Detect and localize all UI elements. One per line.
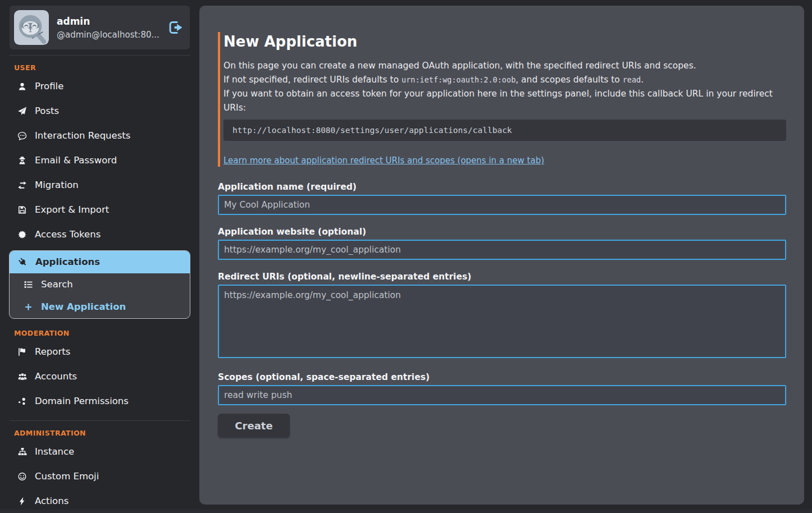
scopes-field: Scopes (optional, space-separated entrie… <box>218 373 786 405</box>
intro-line-1: On this page you can create a new manage… <box>223 59 786 73</box>
paper-plane-icon <box>17 107 28 116</box>
user-info: admin @admin@localhost:80... <box>57 16 159 40</box>
sidebar-item-email-password[interactable]: Email & Password <box>0 148 199 173</box>
application-website-field: Application website (optional) <box>218 227 786 260</box>
list-icon <box>23 280 34 289</box>
sidebar-item-accounts[interactable]: Accounts <box>0 364 199 389</box>
applications-group: Applications Search New Application <box>9 250 190 319</box>
face-smile-icon <box>17 472 28 481</box>
application-website-label: Application website (optional) <box>218 227 786 236</box>
sidebar-item-label: Custom Emoji <box>35 470 99 483</box>
user-icon <box>17 82 28 91</box>
user-name: admin <box>57 16 159 27</box>
sign-out-icon <box>167 29 183 37</box>
scopes-label: Scopes (optional, space-separated entrie… <box>218 373 786 382</box>
floppy-disk-icon <box>17 205 28 214</box>
inline-code-read: read <box>623 75 641 84</box>
sidebar-subitem-label: New Application <box>41 301 126 313</box>
users-icon <box>17 372 28 381</box>
sidebar-item-label: Actions <box>35 495 69 507</box>
sloth-avatar-image <box>14 10 49 45</box>
sidebar-subitem-search[interactable]: Search <box>10 273 190 296</box>
horizontal-scrollbar-track[interactable] <box>0 510 812 513</box>
main-panel: New Application On this page you can cre… <box>199 6 804 505</box>
sidebar-subitem-label: Search <box>41 278 73 291</box>
section-header-administration: ADMINISTRATION <box>14 429 199 437</box>
sidebar-item-label: Interaction Requests <box>35 130 130 142</box>
sidebar-item-interaction-requests[interactable]: Interaction Requests <box>0 123 199 148</box>
sidebar-item-label: Email & Password <box>35 154 117 167</box>
application-name-input[interactable] <box>218 195 786 215</box>
sidebar-item-instance[interactable]: Instance <box>0 439 199 464</box>
divider <box>10 420 190 421</box>
learn-more-link[interactable]: Learn more about application redirect UR… <box>223 155 544 166</box>
plug-icon <box>17 258 28 267</box>
sidebar-subitem-new-application[interactable]: New Application <box>10 296 190 318</box>
section-header-moderation: MODERATION <box>14 329 199 337</box>
application-website-input[interactable] <box>218 240 786 260</box>
sidebar-item-label: Profile <box>35 80 63 93</box>
sidebar-item-applications[interactable]: Applications <box>10 251 190 273</box>
sidebar-item-label: Applications <box>35 256 100 268</box>
intro-line-2: If not specified, redirect URIs defaults… <box>223 73 786 87</box>
avatar <box>14 10 49 45</box>
sidebar-item-profile[interactable]: Profile <box>0 74 199 99</box>
sidebar-item-label: Accounts <box>35 370 77 383</box>
sidebar-item-posts[interactable]: Posts <box>0 99 199 123</box>
intro-line-3: If you want to obtain an access token fo… <box>223 87 786 115</box>
redirect-uris-field: Redirect URIs (optional, newline-separat… <box>218 272 786 360</box>
user-handle: @admin@localhost:80... <box>57 30 159 40</box>
sidebar-item-label: Instance <box>35 446 74 458</box>
sidebar-item-label: Posts <box>35 105 59 117</box>
flag-icon <box>17 347 28 356</box>
scopes-input[interactable] <box>218 385 786 405</box>
share-nodes-icon <box>17 397 28 406</box>
sidebar-item-access-tokens[interactable]: Access Tokens <box>0 222 199 247</box>
sitemap-icon <box>17 447 28 456</box>
sidebar-item-export-import[interactable]: Export & Import <box>0 198 199 222</box>
intro-section: New Application On this page you can cre… <box>218 32 786 167</box>
section-header-user: USER <box>14 63 199 72</box>
sidebar-item-migration[interactable]: Migration <box>0 173 199 198</box>
inline-code-oob: urn:ietf:wg:oauth:2.0:oob <box>402 75 516 84</box>
callback-url-codeblock: http://localhost:8080/settings/user/appl… <box>223 120 786 141</box>
bolt-icon <box>17 497 28 506</box>
new-application-form: Application name (required) Application … <box>218 182 786 437</box>
sidebar-item-label: Migration <box>35 179 79 191</box>
comment-dots-icon <box>17 131 28 140</box>
certificate-icon <box>17 230 28 239</box>
sidebar-item-custom-emoji[interactable]: Custom Emoji <box>0 464 199 489</box>
sidebar-item-reports[interactable]: Reports <box>0 340 199 364</box>
application-name-field: Application name (required) <box>218 182 786 215</box>
application-name-label: Application name (required) <box>218 182 786 191</box>
sidebar-item-label: Domain Permissions <box>35 395 129 407</box>
page-title: New Application <box>223 32 786 51</box>
sidebar-item-label: Access Tokens <box>35 228 101 241</box>
plus-icon <box>23 303 34 312</box>
create-button[interactable]: Create <box>218 414 290 437</box>
right-left-icon <box>17 181 28 190</box>
sidebar-item-label: Reports <box>35 346 70 358</box>
user-secret-icon <box>17 156 28 165</box>
sidebar-item-label: Export & Import <box>35 204 109 216</box>
sidebar: admin @admin@localhost:80... USER Profil… <box>0 0 199 510</box>
logout-button[interactable] <box>167 20 183 35</box>
redirect-uris-label: Redirect URIs (optional, newline-separat… <box>218 272 786 281</box>
redirect-uris-textarea[interactable] <box>218 285 786 358</box>
divider <box>10 55 190 56</box>
sidebar-item-domain-permissions[interactable]: Domain Permissions <box>0 389 199 414</box>
user-card: admin @admin@localhost:80... <box>10 6 190 49</box>
